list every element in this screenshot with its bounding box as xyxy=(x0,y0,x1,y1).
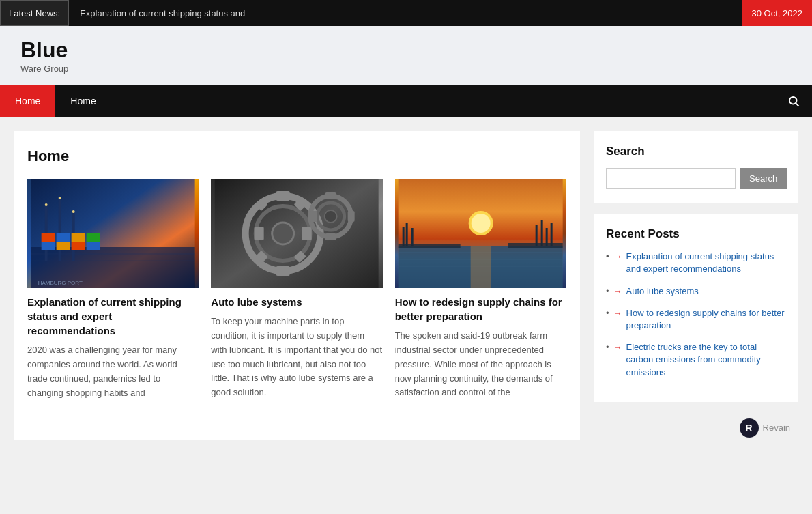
recent-post-item-3: • → How to redesign supply chains for be… xyxy=(606,307,786,332)
svg-rect-13 xyxy=(72,242,85,250)
article-headline-1: Explanation of current shipping status a… xyxy=(27,295,199,338)
svg-rect-50 xyxy=(405,223,407,246)
article-excerpt-2: To keep your machine parts in top condit… xyxy=(211,315,382,400)
svg-rect-12 xyxy=(57,242,70,250)
search-widget-title: Search xyxy=(606,145,786,158)
article-headline-2: Auto lube systems xyxy=(211,295,382,309)
article-excerpt-1: 2020 was a challenging year for many com… xyxy=(27,343,199,400)
search-widget: Search Search xyxy=(594,131,798,203)
svg-point-15 xyxy=(45,203,48,206)
revain-logo: R Revain xyxy=(594,413,798,440)
nav-home-1[interactable]: Home xyxy=(0,85,55,117)
article-grid: HAMBURG PORT Explanation of current ship… xyxy=(27,179,566,400)
recent-post-arrow-1: → xyxy=(613,251,622,261)
svg-rect-37 xyxy=(325,233,336,240)
recent-posts-title: Recent Posts xyxy=(606,227,786,241)
recent-post-link-1[interactable]: Explanation of current shipping status a… xyxy=(626,251,786,275)
revain-icon: R xyxy=(740,418,759,438)
recent-post-arrow-3: → xyxy=(613,308,622,318)
site-subtitle: Ware Group xyxy=(20,63,792,74)
search-button[interactable]: Search xyxy=(740,168,787,189)
search-row: Search xyxy=(606,168,786,189)
article-card-2: Auto lube systems To keep your machine p… xyxy=(211,179,382,400)
svg-rect-11 xyxy=(42,242,55,250)
svg-rect-7 xyxy=(42,233,55,242)
site-header: Blue Ware Group xyxy=(0,26,812,85)
nav-search-icon[interactable] xyxy=(775,85,812,117)
recent-post-item-1: • → Explanation of current shipping stat… xyxy=(606,251,786,275)
svg-rect-53 xyxy=(540,220,542,246)
recent-post-arrow-4: → xyxy=(613,342,622,352)
recent-post-link-3[interactable]: How to redesign supply chains for better… xyxy=(626,307,786,332)
recent-post-bullet-1: • xyxy=(606,251,609,261)
svg-point-16 xyxy=(59,197,61,199)
svg-rect-5 xyxy=(59,199,61,261)
svg-text:HAMBURG PORT: HAMBURG PORT xyxy=(38,280,83,286)
recent-post-item-4: • → Electric trucks are the key to total… xyxy=(606,341,786,379)
recent-post-link-2[interactable]: Auto lube systems xyxy=(626,285,699,298)
svg-rect-14 xyxy=(87,242,100,250)
svg-rect-10 xyxy=(87,233,100,242)
article-img-2 xyxy=(211,179,382,288)
svg-rect-55 xyxy=(550,223,552,246)
svg-rect-28 xyxy=(255,227,264,240)
sidebar: Search Search Recent Posts • → Explanati… xyxy=(594,131,798,440)
svg-line-1 xyxy=(796,104,798,106)
nav-home-2[interactable]: Home xyxy=(55,85,111,117)
svg-rect-51 xyxy=(411,228,413,246)
revain-text: Revain xyxy=(763,423,790,433)
svg-rect-27 xyxy=(302,227,312,240)
article-excerpt-3: The spoken and said-19 outbreak farm ind… xyxy=(395,329,566,400)
svg-rect-25 xyxy=(276,191,290,201)
svg-point-24 xyxy=(272,223,294,244)
svg-rect-56 xyxy=(398,244,460,248)
recent-posts-widget: Recent Posts • → Explanation of current … xyxy=(594,214,798,402)
recent-post-link-4[interactable]: Electric trucks are the key to total car… xyxy=(626,341,786,379)
ticker-text: Explanation of current shipping status a… xyxy=(69,8,256,18)
svg-rect-48 xyxy=(470,246,491,288)
content-area: Home xyxy=(14,131,580,440)
svg-rect-39 xyxy=(310,211,317,222)
svg-rect-8 xyxy=(57,233,70,242)
latest-news-label: Latest News: xyxy=(9,8,60,18)
latest-news-badge: Latest News: xyxy=(0,0,69,26)
svg-point-42 xyxy=(471,214,490,233)
date-badge: 30 Oct, 2022 xyxy=(742,0,812,26)
svg-rect-52 xyxy=(535,225,537,246)
main-container: Home xyxy=(0,117,812,454)
article-img-1: HAMBURG PORT xyxy=(27,179,199,288)
recent-post-arrow-2: → xyxy=(613,286,622,296)
recent-post-bullet-2: • xyxy=(606,286,609,296)
article-img-3 xyxy=(395,179,566,288)
content-title: Home xyxy=(27,147,566,165)
recent-post-bullet-4: • xyxy=(606,342,609,352)
svg-rect-49 xyxy=(402,227,404,246)
svg-point-35 xyxy=(325,210,337,223)
svg-rect-38 xyxy=(348,211,355,222)
search-input[interactable] xyxy=(606,168,736,189)
svg-point-17 xyxy=(72,210,75,213)
recent-post-bullet-3: • xyxy=(606,308,609,318)
svg-point-0 xyxy=(789,97,797,104)
svg-rect-9 xyxy=(72,233,85,242)
svg-rect-36 xyxy=(325,192,336,199)
article-card-1: HAMBURG PORT Explanation of current ship… xyxy=(27,179,199,400)
top-bar: Latest News: Explanation of current ship… xyxy=(0,0,812,26)
svg-rect-57 xyxy=(508,243,562,248)
article-card-3: How to redesign supply chains for better… xyxy=(395,179,566,400)
article-headline-3: How to redesign supply chains for better… xyxy=(395,295,566,324)
recent-post-item-2: • → Auto lube systems xyxy=(606,285,786,298)
svg-rect-26 xyxy=(276,266,290,276)
site-title: Blue xyxy=(20,38,792,62)
main-nav: Home Home xyxy=(0,85,812,117)
